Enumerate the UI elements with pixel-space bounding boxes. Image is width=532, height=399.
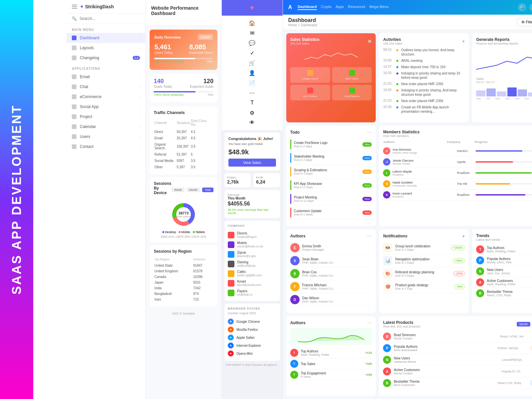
project-icon — [72, 114, 76, 119]
trend-sub: Randy, Shiro, Vibe — [487, 261, 532, 264]
hamburger-icon[interactable] — [72, 5, 77, 9]
check-icon[interactable]: ✓ — [249, 50, 255, 56]
company-email: dowce@e.gov — [237, 254, 256, 258]
search-input[interactable] — [79, 16, 140, 21]
company-name: Owning — [237, 260, 256, 264]
dashboard-header: A Dashboard Crypto Apps Resources Mega M… — [283, 0, 532, 15]
settings-icon[interactable]: ⚙ — [249, 109, 255, 116]
orders-label: Orders — [227, 176, 248, 179]
export-button[interactable]: Export — [198, 34, 213, 40]
table-row: Social Media 9397 3.5 — [154, 158, 212, 164]
sidebar-label-dashboard: Dashboard — [80, 36, 99, 40]
saas-text: SAAS APP DEVELOPMENT — [10, 104, 23, 295]
sidebar-item-chat[interactable]: Chat › — [66, 82, 145, 92]
sidebar-item-dashboard[interactable]: Dashboard › — [66, 33, 145, 43]
sidebar-item-email[interactable]: Email › — [66, 72, 145, 82]
generate-reports-card: Generate Reports Finance and accounting … — [472, 33, 532, 122]
bug-reports-card: Bug Reports — [332, 85, 372, 100]
member-avatar: J — [383, 158, 390, 166]
filter-button[interactable]: ⚙ Filter — [517, 18, 532, 26]
sidebar-item-ecommerce[interactable]: eCommerce › — [66, 92, 145, 102]
browser-name: Opera Mini — [236, 352, 253, 355]
sidebar-item-contact[interactable]: Contact › — [66, 142, 145, 152]
sidebar-item-project[interactable]: Project › — [66, 112, 145, 122]
notif-plus-icon[interactable]: + — [462, 233, 465, 239]
products-subtitle: Row 404, 202 new products — [383, 325, 420, 328]
trend-title: New Users — [487, 268, 532, 272]
view-sales-button[interactable]: View Sales — [228, 159, 276, 167]
home-icon[interactable]: 🏠 — [249, 20, 255, 26]
authors-trends-more-icon[interactable]: ⋯ — [367, 320, 372, 326]
trends-title: Trends — [476, 233, 500, 238]
type-icon[interactable]: T — [249, 99, 255, 106]
mail-icon[interactable]: ✉ — [249, 30, 255, 36]
product-status: In Progress — [530, 380, 532, 386]
nav-dashboard[interactable]: Dashboard — [298, 5, 317, 10]
nav-apps[interactable]: Apps — [335, 5, 344, 10]
nav-mega-menu[interactable]: Mega Menu — [369, 5, 389, 10]
expected-goals-num: 120 — [190, 78, 213, 85]
shopping-icon[interactable]: 🛒 — [249, 60, 255, 66]
member-avatar: L — [383, 169, 390, 177]
donut-label: Total visitors — [176, 215, 191, 218]
page-title: Dashboard — [288, 17, 317, 23]
activities-plus-icon[interactable]: + — [462, 39, 465, 44]
sidebar-item-social[interactable]: Social App › — [66, 102, 145, 112]
activity-item: 16:50 Indulging in priority sharing. And… — [383, 88, 465, 97]
eye-icon[interactable]: 👁 — [249, 119, 255, 126]
authors-list: E Emma Smith Project Manager S Sean Bean… — [290, 241, 372, 306]
sidebar-item-layouts[interactable]: Layouts › — [66, 43, 145, 53]
users-progress-pct: 70% — [207, 60, 213, 63]
file-icon[interactable]: 📄 — [249, 79, 255, 86]
chevron-icon: › — [139, 95, 140, 99]
product-name: Brad Simmons — [394, 333, 497, 337]
authors-trends-title: Authors — [290, 321, 306, 325]
goals-today-num: 140 — [154, 78, 172, 85]
todo-due: Due in 2 Days — [294, 186, 360, 189]
sidebar-label-users: Users — [80, 134, 90, 139]
sidebar-item-calendar[interactable]: Calendar › — [66, 122, 145, 132]
at-count: +165 — [365, 362, 372, 365]
tab-week[interactable]: Week — [172, 188, 185, 192]
authors-trends-card: Authors ⋯ T Top Authors Mark, Rowling, P… — [286, 316, 376, 396]
product-item: B Brad Simmons Movie Creator React, HTML… — [383, 331, 532, 342]
members-col-progress: Progress — [474, 140, 532, 144]
todo-title: Todo — [290, 130, 300, 135]
author-role: PHP, Sqlite, Artisan CLI — [302, 300, 333, 303]
tab-year[interactable]: Year — [202, 188, 213, 192]
tab-month[interactable]: Month — [187, 188, 200, 192]
sidebar-label-calendar: Calendar — [80, 124, 96, 129]
search-icon-btn[interactable]: 🔍 — [518, 3, 526, 11]
todo-content: Stakeholder Meeting Due in 2 days — [294, 155, 360, 162]
notif-icon-btn[interactable]: 🔔 — [529, 3, 532, 11]
notif-badge: +8% — [454, 284, 465, 289]
search-bar[interactable]: 🔍 — [66, 14, 145, 24]
todo-more-icon[interactable]: ⋯ — [367, 130, 372, 135]
middle-footer: COPYRIGHT © 2021 Pixinvent, All rights R… — [222, 361, 283, 369]
sidebar-item-changelog[interactable]: Changelog 2.0 — [66, 53, 145, 63]
nav-resources[interactable]: Resources — [348, 5, 365, 10]
browser-name: Google Chrome — [236, 320, 260, 324]
ss-close-icon[interactable]: ✕ — [367, 38, 372, 45]
sidebar-item-users[interactable]: Users › — [66, 132, 145, 142]
authors-trend-item: T Top Sales +165 — [290, 358, 372, 369]
chat-icon[interactable]: 💬 — [249, 40, 255, 46]
authors-more-icon[interactable]: ⋯ — [367, 233, 372, 239]
nav-crypto[interactable]: Crypto — [321, 5, 332, 10]
product-meta: Most downloaded — [394, 348, 495, 352]
sessions-by-region-card: Sessions by Region Top Region Sessions U… — [150, 245, 217, 307]
earnings-growth: 68.2% more earnings than last month. — [228, 208, 277, 215]
traffic-col-channel: Channel — [154, 119, 176, 128]
main-dashboard: A Dashboard Crypto Apps Resources Mega M… — [283, 0, 532, 399]
member-company: RoadDee — [457, 171, 473, 175]
notif-title: Product goals strategy — [395, 283, 452, 287]
user-icon[interactable]: 👤 — [249, 69, 255, 76]
more-icon[interactable]: ⋯ — [249, 89, 255, 96]
saas-banner: SAAS APP DEVELOPMENT — [0, 0, 33, 399]
sales-statistics-card: Sales Statistics 105,234 Sales ✕ Unique … — [286, 33, 376, 122]
contact-icon — [72, 144, 76, 149]
at-count: +159 — [365, 373, 372, 376]
member-row: K Kevin Leonard RoadDee RoadDee ✏ ✕ → — [383, 190, 532, 200]
earnings-card: Earnings This Month $4055.56 68.2% more … — [224, 190, 280, 218]
tab-month[interactable]: Month — [517, 322, 530, 327]
